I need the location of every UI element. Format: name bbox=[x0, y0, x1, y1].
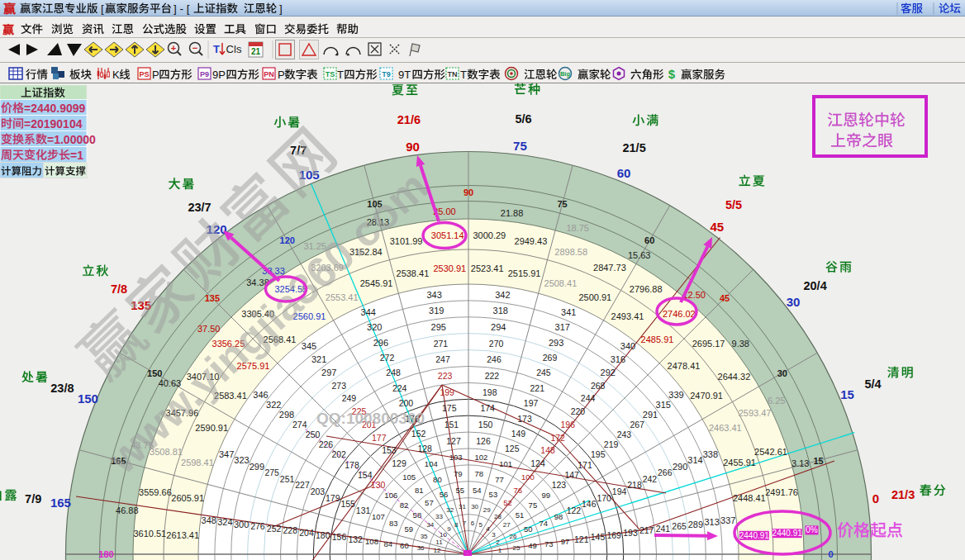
svg-text:2796.88: 2796.88 bbox=[630, 284, 663, 294]
svg-text:274: 274 bbox=[292, 420, 307, 429]
svg-text:0: 0 bbox=[828, 549, 833, 559]
svg-text:2605.91: 2605.91 bbox=[171, 493, 204, 503]
svg-text:320: 320 bbox=[367, 322, 382, 332]
svg-text:321: 321 bbox=[311, 354, 326, 364]
svg-text:[: [ bbox=[101, 2, 104, 15]
svg-text:245: 245 bbox=[536, 368, 551, 377]
svg-text:291: 291 bbox=[643, 410, 658, 420]
svg-text:PN: PN bbox=[264, 70, 274, 78]
svg-text:251: 251 bbox=[280, 474, 295, 484]
svg-text:290: 290 bbox=[673, 462, 687, 472]
svg-text:52: 52 bbox=[503, 498, 512, 507]
svg-text:154: 154 bbox=[358, 470, 373, 480]
svg-text:295: 295 bbox=[431, 322, 446, 332]
svg-text:7: 7 bbox=[463, 520, 467, 527]
svg-text:252: 252 bbox=[267, 524, 282, 534]
svg-text:266: 266 bbox=[658, 467, 673, 477]
svg-text:223: 223 bbox=[438, 371, 453, 381]
svg-text:224: 224 bbox=[392, 383, 407, 393]
svg-text:347: 347 bbox=[219, 449, 234, 459]
svg-text:324: 324 bbox=[217, 517, 232, 527]
svg-text:150: 150 bbox=[147, 368, 162, 378]
svg-text:74: 74 bbox=[539, 519, 548, 528]
svg-text:2515.91: 2515.91 bbox=[508, 268, 541, 278]
svg-text:275: 275 bbox=[264, 467, 279, 477]
svg-text:45: 45 bbox=[720, 293, 730, 303]
svg-text:300: 300 bbox=[234, 520, 249, 529]
svg-text:317: 317 bbox=[555, 322, 570, 332]
svg-text:248: 248 bbox=[386, 368, 401, 377]
svg-text:2500.91: 2500.91 bbox=[578, 292, 611, 302]
svg-text:135: 135 bbox=[205, 293, 220, 303]
svg-text:104: 104 bbox=[425, 459, 438, 468]
svg-text:P9: P9 bbox=[200, 70, 209, 78]
svg-text:84: 84 bbox=[383, 539, 392, 548]
svg-text:98: 98 bbox=[554, 512, 563, 521]
svg-text:9P: 9P bbox=[212, 69, 226, 81]
svg-text:204: 204 bbox=[299, 528, 314, 538]
svg-text:] - [: ] - [ bbox=[174, 2, 190, 15]
svg-text:53: 53 bbox=[489, 490, 498, 499]
svg-text:79: 79 bbox=[454, 469, 463, 478]
svg-text:178: 178 bbox=[345, 460, 359, 470]
svg-text:108: 108 bbox=[365, 537, 378, 546]
svg-text:2448.41: 2448.41 bbox=[733, 493, 766, 503]
svg-text:T: T bbox=[460, 69, 467, 81]
svg-text:122: 122 bbox=[567, 505, 582, 515]
svg-text:99: 99 bbox=[541, 491, 550, 500]
svg-text:177: 177 bbox=[372, 433, 387, 443]
svg-text:202: 202 bbox=[331, 449, 346, 459]
svg-text:175: 175 bbox=[442, 403, 457, 413]
svg-text:T9: T9 bbox=[382, 70, 391, 78]
svg-text:60: 60 bbox=[400, 541, 409, 550]
svg-text:−: − bbox=[193, 43, 197, 53]
svg-text:78: 78 bbox=[475, 469, 484, 478]
svg-text:152: 152 bbox=[411, 429, 426, 439]
svg-text:125: 125 bbox=[505, 444, 520, 453]
svg-text:319: 319 bbox=[429, 306, 444, 316]
svg-text:60: 60 bbox=[617, 166, 631, 180]
svg-text:200: 200 bbox=[399, 398, 414, 408]
svg-text:5/6: 5/6 bbox=[516, 112, 532, 126]
svg-text:2593.47: 2593.47 bbox=[739, 408, 772, 418]
svg-text:276: 276 bbox=[250, 521, 265, 531]
svg-text:30: 30 bbox=[787, 295, 801, 309]
svg-text:3.13: 3.13 bbox=[791, 458, 809, 468]
svg-text:2455.91: 2455.91 bbox=[723, 458, 756, 467]
svg-text:172: 172 bbox=[550, 433, 565, 443]
svg-text:=20190104: =20190104 bbox=[24, 117, 83, 131]
svg-text:217: 217 bbox=[639, 525, 654, 535]
svg-text:128: 128 bbox=[417, 444, 432, 453]
svg-text:15: 15 bbox=[813, 456, 823, 466]
svg-text:21/6: 21/6 bbox=[397, 113, 421, 126]
svg-text:82: 82 bbox=[400, 501, 409, 510]
svg-text:90: 90 bbox=[406, 140, 420, 154]
svg-text:3000.29: 3000.29 bbox=[473, 230, 506, 240]
svg-text:340: 340 bbox=[620, 341, 635, 351]
svg-text:174: 174 bbox=[480, 403, 495, 413]
svg-text:15: 15 bbox=[840, 387, 854, 401]
svg-text:2440.91: 2440.91 bbox=[739, 531, 770, 540]
svg-text:289: 289 bbox=[688, 520, 703, 529]
svg-text:203: 203 bbox=[311, 486, 326, 496]
svg-text:165: 165 bbox=[50, 496, 71, 510]
svg-text:3559.66: 3559.66 bbox=[139, 487, 172, 497]
svg-text:338: 338 bbox=[703, 449, 718, 459]
svg-text:124: 124 bbox=[530, 458, 545, 468]
svg-text:170: 170 bbox=[597, 493, 611, 503]
svg-text:323: 323 bbox=[234, 455, 249, 465]
svg-text:4: 4 bbox=[486, 525, 490, 533]
svg-text:54: 54 bbox=[473, 486, 482, 495]
svg-text:2463.41: 2463.41 bbox=[709, 423, 742, 433]
svg-text:P: P bbox=[278, 69, 285, 81]
svg-text:29: 29 bbox=[483, 506, 491, 514]
svg-text:T: T bbox=[213, 43, 220, 55]
svg-text:2746.02: 2746.02 bbox=[663, 309, 696, 319]
svg-text:Cls: Cls bbox=[226, 43, 242, 55]
svg-text:269: 269 bbox=[543, 353, 558, 363]
svg-text:80: 80 bbox=[433, 475, 442, 484]
svg-text:30: 30 bbox=[471, 503, 478, 510]
svg-text:243: 243 bbox=[617, 429, 632, 439]
svg-text:171: 171 bbox=[578, 460, 592, 470]
svg-text:11: 11 bbox=[435, 539, 443, 546]
